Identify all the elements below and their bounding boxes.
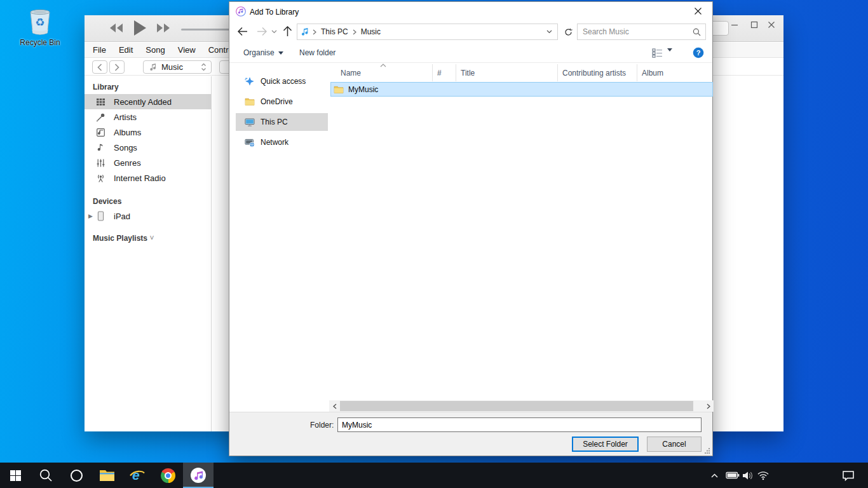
nav-item-this-pc[interactable]: This PC — [229, 112, 329, 132]
breadcrumb-this-pc[interactable]: This PC — [321, 27, 348, 36]
nav-item-label: This PC — [261, 118, 288, 126]
breadcrumb[interactable]: This PC Music — [297, 24, 558, 40]
recycle-bin-icon: ♻ — [25, 6, 55, 37]
sidebar-item-songs[interactable]: Songs — [85, 140, 211, 155]
file-row-mymusic[interactable]: MyMusic — [330, 82, 713, 97]
battery-icon[interactable] — [724, 463, 741, 488]
ipad-icon — [95, 211, 106, 221]
folder-name-input[interactable] — [337, 417, 702, 432]
horizontal-scrollbar[interactable] — [329, 400, 714, 412]
play-button[interactable] — [133, 20, 147, 36]
nav-item-quick-access[interactable]: Quick access — [229, 71, 329, 92]
search-input[interactable] — [581, 25, 688, 39]
dialog-footer: Folder: Select Folder Cancel — [229, 412, 712, 456]
recycle-bin-label: Recycle Bin — [15, 38, 65, 47]
refresh-button[interactable] — [560, 24, 576, 40]
media-kind-select[interactable]: Music — [143, 60, 212, 74]
network-icon — [245, 138, 255, 147]
dialog-address-row: This PC Music — [229, 21, 712, 43]
scroll-left-arrow[interactable] — [329, 400, 340, 412]
itunes-back-button[interactable] — [92, 60, 107, 74]
sidebar-item-label: Albums — [114, 128, 141, 137]
itunes-taskbar-button[interactable] — [183, 463, 214, 488]
nav-item-network[interactable]: Network — [229, 132, 329, 152]
column-header-number[interactable]: # — [433, 64, 456, 81]
view-mode-dropdown-icon[interactable] — [667, 48, 672, 51]
volume-icon[interactable] — [740, 463, 756, 488]
resize-grip[interactable] — [704, 447, 710, 454]
chrome-icon — [161, 468, 175, 483]
scrollbar-thumb[interactable] — [340, 401, 693, 411]
forward-button[interactable] — [257, 27, 268, 36]
itunes-minimize-button[interactable] — [728, 19, 742, 30]
sidebar-item-internet-radio[interactable]: Internet Radio — [85, 170, 211, 186]
sidebar-item-genres[interactable]: Genres — [85, 155, 211, 170]
sidebar-item-artists[interactable]: Artists — [85, 109, 211, 125]
search-icon — [39, 468, 53, 482]
view-mode-button[interactable] — [652, 48, 663, 58]
dialog-command-bar: Organise New folder ? — [229, 43, 712, 63]
dropdown-triangle-icon — [278, 51, 283, 55]
itunes-close-button[interactable] — [764, 19, 778, 30]
wifi-icon[interactable] — [755, 463, 771, 488]
up-button[interactable] — [283, 26, 292, 37]
tray-chevron-up-icon[interactable] — [705, 463, 723, 488]
menu-file[interactable]: File — [93, 45, 106, 55]
address-dropdown-chevron-icon[interactable] — [546, 30, 552, 34]
nav-item-label: Network — [261, 138, 288, 147]
nav-item-label: Quick access — [261, 77, 306, 86]
recent-locations-chevron-icon[interactable] — [271, 30, 277, 34]
new-folder-button[interactable]: New folder — [299, 48, 336, 57]
dialog-title-bar[interactable]: Add To Library — [229, 2, 712, 21]
column-header-title[interactable]: Title — [456, 64, 558, 81]
chevron-down-icon: ˅ — [149, 234, 154, 243]
sidebar-item-ipad[interactable]: ▶ iPad — [85, 208, 211, 224]
dialog-close-button[interactable] — [684, 2, 712, 20]
sidebar-item-label: Artists — [114, 112, 137, 122]
help-button[interactable]: ? — [693, 47, 704, 58]
internet-explorer-button[interactable]: e — [122, 463, 153, 488]
faders-icon — [95, 158, 106, 168]
column-header-album[interactable]: Album — [637, 64, 714, 81]
monitor-icon — [245, 118, 255, 127]
column-header-contributing-artists[interactable]: Contributing artists — [558, 64, 637, 81]
album-icon — [95, 128, 106, 137]
select-folder-button[interactable]: Select Folder — [572, 437, 639, 452]
sidebar-item-albums[interactable]: Albums — [85, 125, 211, 140]
cancel-button[interactable]: Cancel — [647, 437, 702, 452]
menu-view[interactable]: View — [178, 45, 196, 55]
sort-ascending-icon — [380, 64, 386, 67]
back-button[interactable] — [237, 27, 248, 36]
list-view-icon — [652, 48, 663, 58]
itunes-forward-button[interactable] — [109, 60, 125, 74]
folder-label: Folder: — [310, 421, 334, 430]
chrome-button[interactable] — [153, 463, 183, 488]
combo-updown-icon — [201, 63, 207, 71]
recycle-bin-desktop-icon[interactable]: ♻ Recycle Bin — [15, 6, 65, 47]
scroll-right-arrow[interactable] — [703, 400, 714, 412]
expander-icon[interactable]: ▶ — [88, 213, 93, 219]
rewind-button[interactable] — [109, 22, 124, 34]
file-explorer-button[interactable] — [92, 463, 122, 488]
menu-song[interactable]: Song — [146, 45, 165, 55]
fast-forward-button[interactable] — [156, 22, 171, 34]
search-icon[interactable] — [693, 28, 701, 36]
itunes-app-icon — [236, 6, 246, 17]
taskbar: e — [0, 463, 868, 488]
sidebar-playlists-header[interactable]: Music Playlists ˅ — [85, 231, 211, 245]
cortana-button[interactable] — [61, 463, 92, 488]
nav-item-onedrive[interactable]: OneDrive — [229, 92, 329, 112]
sidebar-library-header: Library — [85, 80, 211, 94]
organise-menu-button[interactable]: Organise — [243, 48, 283, 57]
file-explorer-icon — [99, 469, 115, 482]
windows-logo-icon — [10, 470, 21, 481]
taskbar-search-button[interactable] — [31, 463, 61, 488]
sidebar-item-label: Recently Added — [114, 97, 172, 107]
action-center-icon[interactable] — [837, 463, 859, 488]
start-button[interactable] — [0, 463, 31, 488]
itunes-maximize-button[interactable] — [747, 19, 761, 30]
dialog-title: Add To Library — [250, 8, 299, 17]
breadcrumb-music[interactable]: Music — [361, 27, 381, 36]
sidebar-item-recently-added[interactable]: Recently Added — [85, 94, 211, 109]
menu-edit[interactable]: Edit — [119, 45, 133, 55]
